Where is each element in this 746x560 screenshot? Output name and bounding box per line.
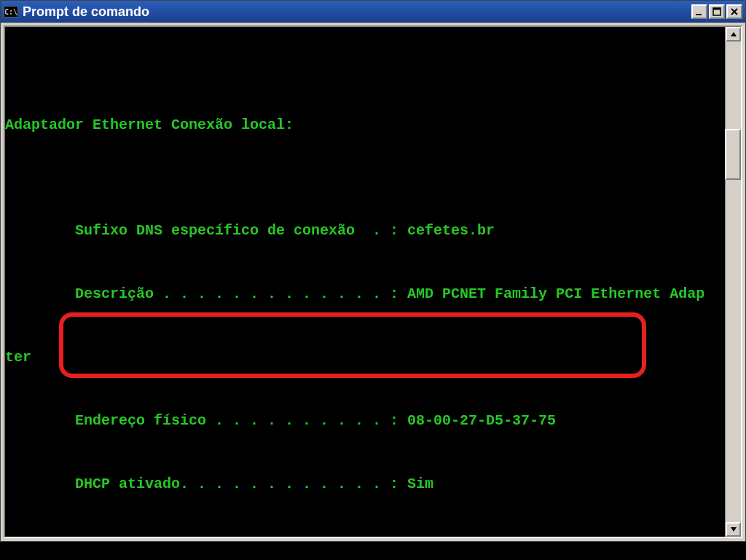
scroll-up-button[interactable] xyxy=(726,27,741,42)
window-controls xyxy=(691,4,742,19)
scroll-thumb[interactable] xyxy=(725,129,741,180)
term-line: DHCP ativado. . . . . . . . . . . . : Si… xyxy=(5,473,725,494)
svg-marker-5 xyxy=(731,32,737,36)
maximize-button[interactable] xyxy=(709,4,725,19)
term-line: Endereço físico . . . . . . . . . . : 08… xyxy=(5,410,725,431)
term-line: Descrição . . . . . . . . . . . . . : AM… xyxy=(5,283,725,304)
chevron-down-icon xyxy=(730,526,737,533)
svg-rect-0 xyxy=(696,14,702,15)
minimize-button[interactable] xyxy=(691,4,707,19)
svg-rect-2 xyxy=(713,8,721,10)
maximize-icon xyxy=(712,7,721,16)
app-icon: C:\ xyxy=(4,6,18,17)
close-button[interactable] xyxy=(726,4,742,19)
term-line: Adaptador Ethernet Conexão local: xyxy=(5,114,725,135)
close-icon xyxy=(730,7,739,16)
term-line: Sufixo DNS específico de conexão . : cef… xyxy=(5,220,725,241)
vertical-scrollbar[interactable] xyxy=(725,27,741,537)
minimize-icon xyxy=(695,7,704,16)
cmd-window: C:\ Prompt de comando Adaptador Ethernet… xyxy=(0,0,746,542)
titlebar[interactable]: C:\ Prompt de comando xyxy=(1,1,745,23)
svg-marker-6 xyxy=(731,527,737,532)
term-line: ter xyxy=(5,347,725,368)
scroll-down-button[interactable] xyxy=(726,522,741,537)
terminal-output[interactable]: Adaptador Ethernet Conexão local: Sufixo… xyxy=(5,27,725,537)
window-title: Prompt de comando xyxy=(23,5,691,18)
client-area: Adaptador Ethernet Conexão local: Sufixo… xyxy=(4,25,742,538)
chevron-up-icon xyxy=(730,31,737,38)
